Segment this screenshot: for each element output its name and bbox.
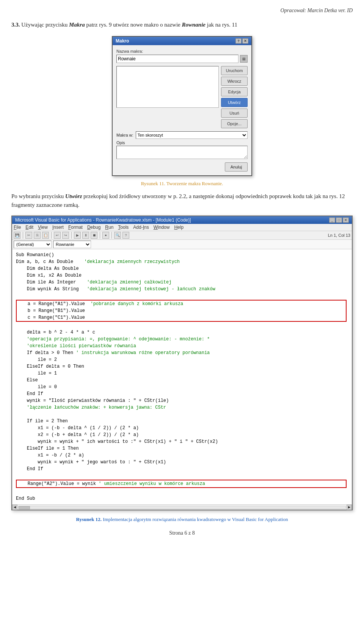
section-mid1: patrz rys. 9 utwórz nowe makro o nazwie — [86, 22, 182, 28]
code-line-x1-calc: x1 = (-b - delta ^ (1 / 2)) / (2 * a) — [16, 425, 348, 431]
menu-window[interactable]: Window — [154, 225, 170, 230]
menu-addins[interactable]: Add-Ins — [133, 225, 149, 230]
code-line-ile-0: ile = 0 — [16, 384, 348, 390]
menu-format[interactable]: Format — [68, 225, 83, 230]
dialog-wkrocz-btn[interactable]: Wkrocz — [221, 77, 248, 86]
toolbar-question-icon[interactable]: ? — [122, 232, 129, 239]
toolbar-objectbrowser-icon[interactable]: 🔍 — [114, 232, 121, 239]
code-line-comment-laczen: 'łączenie łańcuchów znaków: + konwersja … — [16, 404, 348, 411]
code-line-ile-2: ile = 2 — [16, 356, 348, 363]
vba-scroll-left-btn[interactable]: ◀ — [12, 505, 17, 510]
toolbar-paste-icon[interactable]: 📋 — [42, 232, 49, 239]
vba-titlebar: Microsoft Visual Basic for Applications … — [12, 216, 352, 224]
code-line-wynik-x1: wynik = wynik + " jego wartoś to : " + C… — [16, 459, 348, 466]
vba-nav-right-select[interactable]: Rownanie — [53, 241, 91, 248]
code-line-dim-wynik: Dim wynik As String 'deklaracja zmiennej… — [16, 286, 348, 293]
dialog-titlebar-controls: ? ✕ — [235, 38, 248, 44]
dialog-name-input[interactable] — [116, 55, 238, 63]
vba-nav-left-select[interactable]: (General) — [14, 241, 52, 248]
header-text: Opracował: Marcin Detka ver. ID — [281, 8, 353, 13]
dialog-opcje-btn[interactable]: Opcje... — [221, 119, 248, 128]
code-line-range-a2: Range("A2").Value = wynik ' umieszczenie… — [17, 480, 346, 487]
section-number: 3.3. — [11, 22, 20, 28]
para1-text1: Po wybraniu przycisku — [11, 193, 64, 199]
toolbar-run-icon[interactable]: ▶ — [74, 232, 81, 239]
code-line-if-delta: If delta > 0 Then ' instrukcja warunkowa… — [16, 349, 348, 356]
menu-file[interactable]: File — [14, 225, 21, 230]
code-line-elseif-ile1: ElseIf ile = 1 Then — [16, 445, 348, 452]
toolbar-sep1 — [23, 232, 23, 239]
dialog-anuluj-btn[interactable]: Anuluj — [225, 162, 248, 172]
code-line-dim-abc: Dim a, b, c As Double 'deklaracja zmienn… — [16, 258, 348, 265]
vba-scrollbar-bottom[interactable]: ◀ ▶ — [12, 504, 352, 510]
dialog-edycja-btn[interactable]: Edycja — [221, 87, 248, 96]
vba-titlebar-controls: _ □ ✕ — [329, 217, 349, 223]
dialog-usun-btn[interactable]: Usuń — [221, 109, 248, 118]
toolbar-copy-icon[interactable]: ⎘ — [34, 232, 41, 239]
dialog-close-btn[interactable]: ✕ — [242, 38, 248, 44]
dialog-bottom: Makra w: Ten skoroszyt Opis — [116, 131, 248, 160]
code-line-wynik-set: wynik = "Ilość pierwiastków równania : "… — [16, 397, 348, 404]
menu-tools[interactable]: Tools — [118, 225, 129, 230]
code-line-delta-calc: delta = b ^ 2 - 4 * a * c — [16, 329, 348, 336]
menu-view[interactable]: View — [38, 225, 48, 230]
section-bold2: Rownanie — [182, 22, 206, 28]
dialog-run-btn[interactable]: Uruchom — [221, 66, 248, 75]
code-line-dim-delta: Dim delta As Double — [16, 265, 348, 272]
toolbar-pause-icon[interactable]: ⏸ — [82, 232, 89, 239]
code-line-elseif-delta0: ElseIf delta = 0 Then — [16, 363, 348, 370]
menu-help[interactable]: Help — [174, 225, 184, 230]
code-line-blank1 — [16, 293, 348, 299]
dialog-buttons: Uruchom Wkrocz Edycja Utwórz Usuń Opcje.… — [221, 66, 248, 128]
dialog-name-label: Nazwa makra: — [116, 49, 248, 54]
menu-edit[interactable]: Edit — [25, 225, 33, 230]
dialog-title: Makro — [116, 38, 129, 44]
vba-close-btn[interactable]: ✕ — [343, 217, 349, 223]
dialog-listbox[interactable] — [116, 66, 219, 108]
toolbar-undo-icon[interactable]: ↩ — [54, 232, 61, 239]
macro-dialog: Makro ? ✕ Nazwa makra: ▤ Uruchom Wkrocz — [112, 36, 252, 176]
vba-scroll-thumb[interactable] — [19, 506, 30, 509]
dialog-name-row: ▤ — [116, 55, 248, 63]
code-line-sub: Sub Rownanie() — [16, 252, 348, 258]
dialog-utworz-btn[interactable]: Utwórz — [221, 98, 248, 107]
code-line-else: Else — [16, 377, 348, 384]
dialog-macros-select[interactable]: Ten skoroszyt — [136, 131, 248, 139]
dialog-body: Nazwa makra: ▤ Uruchom Wkrocz Edycja Utw… — [113, 45, 251, 175]
toolbar-stop-icon[interactable]: ⏹ — [91, 232, 97, 239]
code-line-end-if2: End If — [16, 466, 348, 472]
dialog-opis-area[interactable] — [116, 146, 248, 159]
code-line-ile-1: ile = 1 — [16, 370, 348, 377]
code-line-wynik-x1x2: wynik = wynik + " ich wartości to :" + C… — [16, 438, 348, 445]
dialog-help-btn[interactable]: ? — [235, 38, 242, 44]
code-line-a-range: a = Range("A1").Value 'pobranie danych z… — [17, 301, 346, 307]
vba-scroll-right-btn[interactable]: ▶ — [347, 505, 352, 510]
toolbar-redo-icon[interactable]: ↪ — [62, 232, 69, 239]
menu-debug[interactable]: Debug — [87, 225, 100, 230]
section-intro: Używając przycisku — [21, 22, 69, 28]
code-line-dim-ile: Dim ile As Integer 'deklaracja zmiennej … — [16, 279, 348, 286]
toolbar-cut-icon[interactable]: ✂ — [25, 232, 32, 239]
page-header: Opracował: Marcin Detka ver. ID — [11, 8, 353, 14]
toolbar-breakpoint-icon[interactable]: ● — [102, 232, 109, 239]
vba-max-btn[interactable]: □ — [336, 217, 342, 223]
body-paragraph: Po wybraniu przycisku Utwórz przekopiuj … — [11, 192, 353, 210]
code-line-blank3 — [16, 411, 348, 418]
code-highlight-block1: a = Range("A1").Value 'pobranie danych z… — [16, 300, 347, 322]
figure12-caption-bold: Rysunek 12. — [76, 516, 102, 522]
menu-insert[interactable]: Insert — [52, 225, 64, 230]
vba-code-area[interactable]: Sub Rownanie() Dim a, b, c As Double 'de… — [12, 249, 352, 504]
vba-min-btn[interactable]: _ — [329, 217, 335, 223]
menu-run[interactable]: Run — [105, 225, 113, 230]
figure12-caption-rest: Implementacja algorytm rozwiązania równa… — [103, 516, 288, 522]
figure11-caption: Rysunek 11. Tworzenie makra Rownanie. — [11, 181, 353, 187]
code-line-blank2 — [16, 322, 348, 329]
dialog-macros-label: Makra w: — [116, 133, 133, 137]
para1-bold1: Utwórz — [65, 193, 82, 199]
dialog-footer: Anuluj — [116, 162, 248, 172]
dialog-name-icon: ▤ — [240, 55, 248, 63]
vba-scroll-track[interactable] — [18, 506, 346, 509]
code-line-x2-calc: x2 = (-b + delta ^ (1 / 2)) / (2 * a) — [16, 431, 348, 438]
toolbar-save-icon[interactable]: 💾 — [14, 232, 20, 239]
toolbar-sep3 — [71, 232, 72, 239]
